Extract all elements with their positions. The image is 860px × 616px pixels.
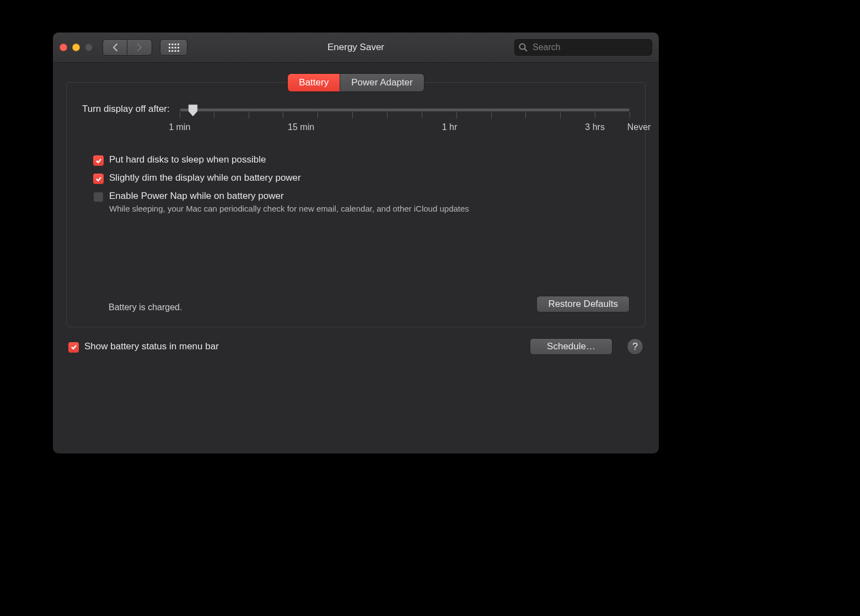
grid-icon bbox=[169, 44, 179, 52]
display-sleep-row: Turn display off after: bbox=[82, 104, 630, 137]
dim-display-label: Slightly dim the display while on batter… bbox=[109, 172, 301, 183]
svg-rect-8 bbox=[169, 50, 170, 52]
power-nap-desc: While sleeping, your Mac can periodicall… bbox=[109, 204, 469, 213]
slider-tick-15min: 15 min bbox=[288, 122, 314, 132]
zoom-window-button[interactable] bbox=[85, 44, 93, 51]
segmented-control: Battery Power Adapter bbox=[288, 74, 423, 91]
display-sleep-slider[interactable]: 1 min 15 min 1 hr 3 hrs Never bbox=[180, 104, 630, 137]
slider-thumb[interactable] bbox=[187, 104, 198, 117]
svg-rect-11 bbox=[178, 50, 179, 52]
slider-tick-3hrs: 3 hrs bbox=[585, 122, 605, 132]
display-sleep-label: Turn display off after: bbox=[82, 104, 170, 115]
svg-rect-1 bbox=[171, 44, 173, 45]
option-hard-disks: Put hard disks to sleep when possible bbox=[93, 154, 630, 166]
power-nap-checkbox[interactable] bbox=[93, 192, 104, 202]
svg-point-12 bbox=[520, 44, 525, 50]
power-nap-label: Enable Power Nap while on battery power bbox=[109, 191, 469, 202]
preferences-window: Energy Saver Battery Power Adapter Turn … bbox=[53, 33, 659, 453]
schedule-label: Schedule… bbox=[547, 341, 595, 352]
check-icon bbox=[71, 344, 77, 350]
slider-tick-never: Never bbox=[627, 122, 651, 132]
show-all-button[interactable] bbox=[160, 39, 187, 56]
titlebar: Energy Saver bbox=[53, 33, 659, 63]
tab-power-adapter-label: Power Adapter bbox=[351, 77, 413, 88]
svg-rect-4 bbox=[169, 47, 170, 48]
slider-tick-1min: 1 min bbox=[169, 122, 190, 132]
panel-footer: Battery is charged. Restore Defaults bbox=[82, 296, 630, 312]
svg-line-13 bbox=[525, 49, 528, 52]
chevron-left-icon bbox=[112, 43, 119, 52]
tab-bar: Battery Power Adapter bbox=[53, 74, 659, 91]
search-input[interactable] bbox=[514, 39, 652, 56]
minimize-window-button[interactable] bbox=[72, 44, 80, 51]
svg-rect-10 bbox=[174, 50, 176, 52]
hard-disks-checkbox[interactable] bbox=[93, 155, 104, 166]
search-icon bbox=[519, 43, 528, 52]
hard-disks-label: Put hard disks to sleep when possible bbox=[109, 154, 266, 165]
svg-rect-3 bbox=[178, 44, 179, 45]
help-button[interactable]: ? bbox=[627, 338, 643, 355]
slider-tick-1hr: 1 hr bbox=[442, 122, 458, 132]
search-field-wrap bbox=[514, 39, 652, 56]
svg-rect-9 bbox=[171, 50, 173, 52]
traffic-lights bbox=[60, 44, 93, 51]
menu-bar-label: Show battery status in menu bar bbox=[84, 341, 219, 352]
option-dim-display: Slightly dim the display while on batter… bbox=[93, 172, 630, 184]
restore-defaults-button[interactable]: Restore Defaults bbox=[536, 296, 630, 312]
forward-button[interactable] bbox=[127, 39, 152, 56]
svg-rect-2 bbox=[174, 44, 176, 45]
check-icon bbox=[95, 176, 102, 182]
battery-status: Battery is charged. bbox=[109, 302, 182, 312]
option-power-nap: Enable Power Nap while on battery power … bbox=[93, 191, 630, 213]
svg-rect-5 bbox=[171, 47, 173, 48]
tab-power-adapter[interactable]: Power Adapter bbox=[340, 74, 424, 91]
close-window-button[interactable] bbox=[60, 44, 67, 51]
nav-buttons bbox=[103, 39, 152, 56]
settings-panel: Turn display off after: bbox=[66, 82, 646, 327]
options-list: Put hard disks to sleep when possible Sl… bbox=[93, 154, 630, 213]
chevron-right-icon bbox=[136, 43, 143, 52]
svg-rect-6 bbox=[174, 47, 176, 48]
restore-defaults-label: Restore Defaults bbox=[548, 299, 618, 309]
back-button[interactable] bbox=[103, 39, 127, 56]
schedule-button[interactable]: Schedule… bbox=[530, 338, 612, 355]
window-footer: Show battery status in menu bar Schedule… bbox=[53, 327, 659, 355]
menu-bar-checkbox[interactable] bbox=[68, 342, 79, 353]
dim-display-checkbox[interactable] bbox=[93, 174, 104, 184]
slider-ticks bbox=[180, 112, 630, 120]
svg-rect-0 bbox=[169, 44, 170, 45]
slider-thumb-icon bbox=[187, 104, 198, 117]
tab-battery-label: Battery bbox=[299, 77, 329, 88]
svg-rect-7 bbox=[178, 47, 179, 48]
help-icon: ? bbox=[632, 341, 638, 353]
check-icon bbox=[95, 158, 102, 164]
slider-track bbox=[180, 108, 630, 111]
tab-battery[interactable]: Battery bbox=[288, 74, 340, 91]
option-menu-bar: Show battery status in menu bar bbox=[68, 341, 219, 353]
